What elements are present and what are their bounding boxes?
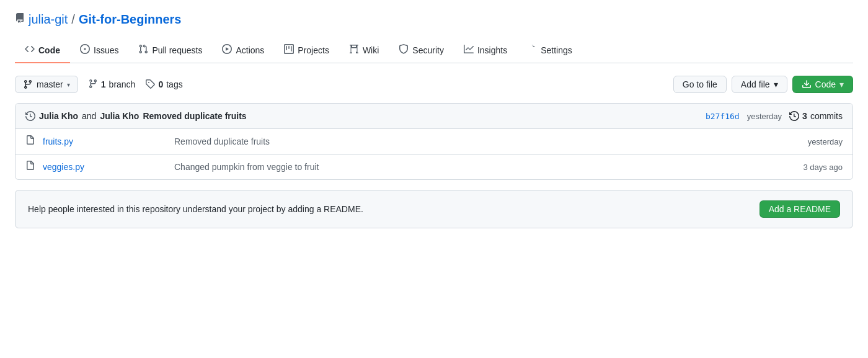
wiki-icon [349,44,359,56]
tab-settings-label: Settings [541,45,572,55]
code-icon [25,44,35,56]
file-row: fruits.py Removed duplicate fruits yeste… [16,129,852,154]
insights-icon [464,44,474,56]
readme-prompt-text: Help people interested in this repositor… [28,204,363,214]
file-commit-msg: Removed duplicate fruits [174,136,800,146]
commit-info: Julia Kho and Julia Kho Removed duplicat… [25,111,247,121]
repo-toolbar: master ▾ 1 branch [15,76,853,93]
tab-code-label: Code [38,45,60,55]
tab-actions-label: Actions [236,45,264,55]
file-table: Julia Kho and Julia Kho Removed duplicat… [15,103,853,180]
go-to-file-button[interactable]: Go to file [673,76,727,93]
code-chevron-icon: ▾ [839,79,844,89]
code-button[interactable]: Code ▾ [792,76,853,93]
tab-security[interactable]: Security [389,38,454,63]
breadcrumb-separator: / [71,12,75,27]
branch-selector[interactable]: master ▾ [15,76,78,93]
tag-icon [145,79,155,91]
readme-prompt: Help people interested in this repositor… [15,190,853,228]
org-name[interactable]: julia-git [29,12,68,27]
commit-conjunction: and [82,111,96,121]
actions-icon [222,44,232,56]
tab-issues-label: Issues [94,45,118,55]
commit-count-value: 3 [802,111,807,121]
add-file-button[interactable]: Add file ▾ [732,76,787,93]
file-time: 3 days ago [803,163,843,172]
branch-text: branch [109,79,136,89]
code-btn-label: Code [815,79,836,89]
branch-count-value: 1 [101,79,106,89]
add-readme-button[interactable]: Add a README [760,200,840,218]
repo-name[interactable]: Git-for-Beginners [79,12,182,27]
tab-settings[interactable]: Settings [517,38,582,63]
branch-name: master [37,79,63,89]
tab-projects-label: Projects [298,45,329,55]
breadcrumb: julia-git / Git-for-Beginners [15,12,853,27]
pr-icon [138,44,148,56]
tab-pull-requests[interactable]: Pull requests [128,38,212,63]
branch-count-link[interactable]: 1 branch [88,79,136,91]
issues-icon [80,44,90,56]
branch-icon [88,79,98,91]
commit-time: yesterday [747,112,782,121]
commits-label: commits [810,111,843,121]
security-icon [399,44,409,56]
meta-info: 1 branch 0 tags [88,79,183,91]
commit-author1: Julia Kho [39,111,78,121]
chevron-down-icon: ▾ [67,81,70,88]
file-icon [25,135,35,148]
add-file-label: Add file [741,79,770,89]
tag-count-value: 0 [158,79,163,89]
tab-code[interactable]: Code [15,38,70,63]
tab-wiki-label: Wiki [363,45,379,55]
toolbar-right: Go to file Add file ▾ Code ▾ [673,76,853,93]
tab-security-label: Security [412,45,444,55]
commit-message-link[interactable]: Removed duplicate fruits [143,111,246,121]
file-time: yesterday [808,137,843,146]
tab-pr-label: Pull requests [152,45,202,55]
settings-icon [527,44,537,56]
go-to-file-label: Go to file [683,79,717,89]
tab-insights-label: Insights [477,45,507,55]
latest-commit-row: Julia Kho and Julia Kho Removed duplicat… [16,104,852,129]
commit-author2: Julia Kho [100,111,139,121]
file-row: veggies.py Changed pumpkin from veggie t… [16,154,852,179]
tag-text: tags [166,79,182,89]
nav-tabs: Code Issues Pull requests [15,38,853,63]
add-file-chevron-icon: ▾ [774,79,778,89]
file-commit-msg: Changed pumpkin from veggie to fruit [174,162,795,172]
tab-insights[interactable]: Insights [454,38,517,63]
tab-wiki[interactable]: Wiki [339,38,389,63]
tag-count-link[interactable]: 0 tags [145,79,182,91]
projects-icon [284,44,294,56]
tab-issues[interactable]: Issues [70,38,128,63]
add-readme-label: Add a README [769,204,831,214]
file-name-link[interactable]: fruits.py [43,136,167,146]
commit-hash-link[interactable]: b27f16d [706,112,740,121]
toolbar-left: master ▾ 1 branch [15,76,183,93]
commits-count-link[interactable]: 3 commits [789,111,843,121]
repo-icon [15,13,25,26]
file-name-link[interactable]: veggies.py [43,162,167,172]
tab-actions[interactable]: Actions [212,38,274,63]
tab-projects[interactable]: Projects [274,38,339,63]
commit-meta: b27f16d yesterday 3 commits [706,111,843,121]
file-icon [25,161,35,173]
